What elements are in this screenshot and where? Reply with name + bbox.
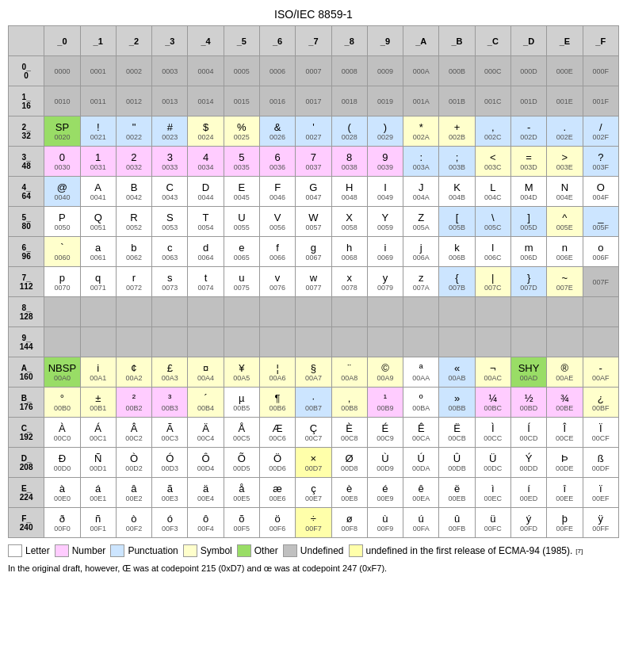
- cell-DB: Û00DB: [439, 448, 475, 478]
- cell-8F: [583, 297, 619, 327]
- cell-27: '0027: [296, 116, 331, 147]
- cell-55: U0055: [224, 207, 259, 237]
- cell-90: [44, 327, 80, 357]
- cell-74: t0074: [188, 267, 224, 297]
- cell-AF: -00AF: [583, 357, 619, 388]
- legend-symbol-box: [183, 544, 197, 557]
- cell-89: [367, 297, 403, 327]
- cell-D3: Ó00D3: [152, 448, 188, 478]
- cell-CD: Í00CD: [510, 418, 546, 448]
- cell-78: x0078: [331, 267, 367, 297]
- cell-BE: ¾00BE: [547, 388, 583, 418]
- cell-F1: ñ00F1: [80, 508, 116, 538]
- cell-92: [116, 327, 151, 357]
- cell-22: "0022: [116, 116, 151, 147]
- cell-A3: £00A3: [152, 357, 188, 388]
- cell-2F: /002F: [583, 116, 619, 147]
- cell-59: Y0059: [367, 207, 403, 237]
- cell-AE: ®00AE: [547, 357, 583, 388]
- cell-4B: K004B: [439, 177, 475, 207]
- cell-82: [116, 297, 151, 327]
- cell-D4: Ô00D4: [188, 448, 224, 478]
- cell-21: !0021: [80, 116, 116, 147]
- cell-39: 90039: [367, 147, 403, 177]
- cell-BB: »00BB: [439, 388, 475, 418]
- cell-D0: Ð00D0: [44, 448, 80, 478]
- cell-4E: N004E: [547, 177, 583, 207]
- cell-10: 0010: [44, 86, 80, 116]
- cell-73: s0073: [152, 267, 188, 297]
- cell-99: [367, 327, 403, 357]
- col-header-F: _F: [583, 26, 619, 56]
- cell-04: 0004: [188, 56, 224, 86]
- cell-79: y0079: [367, 267, 403, 297]
- cell-5C: \005C: [475, 207, 510, 237]
- cell-B1: ±00B1: [80, 388, 116, 418]
- cell-DD: Ý00DD: [510, 448, 546, 478]
- row-header-1: 1_16: [9, 86, 44, 116]
- cell-12: 0012: [116, 86, 151, 116]
- cell-5D: ]005D: [510, 207, 546, 237]
- cell-87: [296, 297, 331, 327]
- cell-C4: Ä00C4: [188, 418, 224, 448]
- cell-6C: l006C: [475, 237, 510, 267]
- cell-53: S0053: [152, 207, 188, 237]
- legend-number: Number: [55, 544, 106, 557]
- cell-C8: È00C8: [331, 418, 367, 448]
- cell-24: $0024: [188, 116, 224, 147]
- cell-4D: M004D: [510, 177, 546, 207]
- cell-9E: [547, 327, 583, 357]
- cell-6F: o006F: [583, 237, 619, 267]
- cell-5F: _005F: [583, 207, 619, 237]
- cell-FA: ú00FA: [403, 508, 439, 538]
- cell-AC: ¬00AC: [475, 357, 510, 388]
- cell-98: [331, 327, 367, 357]
- cell-36: 60036: [259, 147, 295, 177]
- row-header-F: F_240: [9, 508, 44, 538]
- col-header-B: _B: [439, 26, 475, 56]
- cell-B7: ·00B7: [296, 388, 331, 418]
- cell-5A: Z005A: [403, 207, 439, 237]
- cell-BC: ¼00BC: [475, 388, 510, 418]
- cell-60: `0060: [44, 237, 80, 267]
- cell-B8: ,00B8: [331, 388, 367, 418]
- cell-C2: Â00C2: [116, 418, 151, 448]
- cell-83: [152, 297, 188, 327]
- cell-1B: 001B: [439, 86, 475, 116]
- cell-3B: ;003B: [439, 147, 475, 177]
- footnote-text: In the original draft, however, Œ was at…: [8, 562, 619, 575]
- cell-F6: ö00F6: [259, 508, 295, 538]
- cell-BD: ½00BD: [510, 388, 546, 418]
- row-header-E: E_224: [9, 478, 44, 508]
- cell-81: [80, 297, 116, 327]
- cell-7B: {007B: [439, 267, 475, 297]
- cell-F0: ð00F0: [44, 508, 80, 538]
- cell-52: R0052: [116, 207, 151, 237]
- cell-D7: ×00D7: [296, 448, 331, 478]
- cell-05: 0005: [224, 56, 259, 86]
- col-header-8: _8: [331, 26, 367, 56]
- legend-ecma: undefined in the first release of ECMA-9…: [349, 544, 583, 557]
- cell-C6: Æ00C6: [259, 418, 295, 448]
- cell-37: 70037: [296, 147, 331, 177]
- col-header-6: _6: [259, 26, 295, 56]
- cell-9C: [475, 327, 510, 357]
- cell-A0: NBSP00A0: [44, 357, 80, 388]
- cell-8E: [547, 297, 583, 327]
- cell-00: 0000: [44, 56, 80, 86]
- cell-75: u0075: [224, 267, 259, 297]
- row-header-B: B_176: [9, 388, 44, 418]
- cell-02: 0002: [116, 56, 151, 86]
- cell-19: 0019: [367, 86, 403, 116]
- cell-49: I0049: [367, 177, 403, 207]
- cell-7A: z007A: [403, 267, 439, 297]
- cell-7E: ~007E: [547, 267, 583, 297]
- cell-D5: Õ00D5: [224, 448, 259, 478]
- legend-undefined-label: Undefined: [300, 545, 344, 556]
- cell-A8: ¨00A8: [331, 357, 367, 388]
- cell-F3: ó00F3: [152, 508, 188, 538]
- cell-85: [224, 297, 259, 327]
- cell-54: T0054: [188, 207, 224, 237]
- cell-91: [80, 327, 116, 357]
- cell-EE: î00EE: [547, 478, 583, 508]
